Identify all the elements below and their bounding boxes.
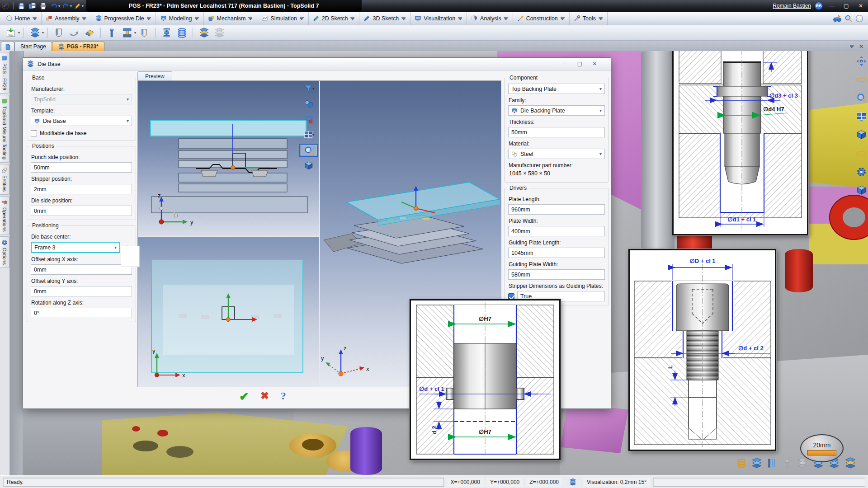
template-select[interactable]: Die Base ▾ — [31, 116, 132, 126]
die-base-dropdown-icon[interactable]: ▾ — [42, 31, 44, 35]
edit-icon[interactable] — [72, 1, 82, 11]
chevron-down-icon[interactable] — [401, 17, 406, 20]
material-select[interactable]: Steel ▾ — [508, 149, 605, 159]
zoom-icon[interactable] — [856, 93, 867, 103]
offset-y-input[interactable]: 0mm — [31, 286, 132, 296]
visualization-status[interactable]: Visualization: 0,2mm 15° — [583, 478, 650, 487]
zoom-region-icon[interactable] — [301, 145, 317, 155]
user-account-link[interactable]: Romain Bastien — [773, 3, 811, 9]
save-icon[interactable] — [16, 1, 26, 11]
pdm-search-icon[interactable] — [833, 14, 842, 23]
edit-dropdown-icon[interactable]: ▾ — [82, 4, 84, 8]
guiding-plate-width-input[interactable]: 580mm — [508, 269, 605, 280]
stripper-dimensions-checkbox[interactable] — [508, 293, 514, 300]
press-dropdown-icon[interactable]: ▾ — [134, 31, 136, 35]
rotation-z-input[interactable]: 0° — [31, 308, 132, 318]
tab-analysis[interactable]: Analysis — [467, 12, 513, 25]
thickness-input[interactable]: 50mm — [508, 127, 605, 137]
component-select[interactable]: Top Backing Plate ▾ — [508, 84, 605, 94]
tab-document-pgs-fr23[interactable]: PGS - FR23* — [52, 42, 104, 51]
undo-dropdown-icon[interactable]: ▾ — [58, 4, 60, 8]
tab-3d-sketch[interactable]: 3D Sketch — [359, 12, 410, 25]
tab-tools[interactable]: Tools — [570, 12, 608, 25]
help-icon[interactable] — [855, 14, 863, 23]
chevron-down-icon[interactable] — [350, 17, 355, 20]
modifiable-die-base-checkbox[interactable] — [31, 130, 37, 136]
save-all-icon[interactable] — [27, 1, 37, 11]
press-tool-button[interactable] — [120, 26, 134, 40]
dialog-minimize-button[interactable]: — — [557, 58, 572, 70]
dialog-maximize-button[interactable]: ▢ — [572, 58, 587, 70]
sidebar-item-operations[interactable]: Operations — [0, 196, 9, 235]
punch-tool-button[interactable] — [52, 26, 66, 40]
bend-tool-button[interactable] — [82, 26, 97, 40]
tab-preview[interactable]: Preview — [137, 71, 172, 80]
tab-assembly[interactable]: Assembly — [42, 12, 91, 25]
dialog-close-button[interactable]: ✕ — [587, 58, 602, 70]
redo-dropdown-icon[interactable]: ▾ — [70, 4, 72, 8]
tab-mechanism[interactable]: Mechanism — [204, 12, 258, 25]
redo-icon[interactable] — [61, 1, 71, 11]
family-select[interactable]: Die Backing Plate ▾ — [508, 105, 605, 116]
offset-x-input[interactable]: 0mm — [31, 264, 132, 275]
user-avatar-badge[interactable]: RB — [815, 2, 823, 10]
preview-top-view[interactable]: y x — [138, 237, 319, 387]
spring-gold-icon[interactable] — [736, 458, 747, 469]
die-side-position-input[interactable]: 0mm — [31, 206, 132, 216]
sidebar-item-misumi-tooling[interactable]: TopSolid Misumi Tooling — [0, 95, 9, 163]
filter-display-icon[interactable]: ▾ — [303, 84, 314, 94]
chevron-down-icon[interactable] — [82, 17, 87, 20]
plate-length-input[interactable]: 960mm — [508, 204, 605, 215]
punch-holder-button[interactable] — [137, 26, 151, 40]
pillar-set-icon[interactable] — [767, 458, 778, 469]
display-options-icon[interactable] — [856, 166, 867, 178]
clamp-tool-button[interactable] — [159, 26, 174, 40]
chevron-down-icon[interactable] — [299, 17, 304, 20]
unbend-tool-button[interactable] — [67, 26, 81, 40]
tab-2d-sketch[interactable]: 2D Sketch — [309, 12, 360, 25]
punch-side-position-input[interactable]: 50mm — [31, 162, 132, 173]
spring-tool-button[interactable] — [175, 26, 189, 40]
chevron-down-icon[interactable] — [504, 17, 509, 20]
cancel-button[interactable]: ✖ — [260, 390, 269, 403]
print-icon[interactable] — [38, 1, 48, 11]
plate-width-input[interactable]: 400mm — [508, 226, 605, 236]
app-logo-icon[interactable] — [0, 1, 10, 11]
import-part-button[interactable] — [4, 26, 18, 40]
tab-simulation[interactable]: Simulation — [257, 12, 308, 25]
quad-view-icon[interactable] — [856, 111, 867, 122]
manufacturer-select[interactable]: TopSolid ▾ — [31, 94, 132, 104]
die-stack-icon[interactable] — [751, 457, 763, 469]
die-base-center-select[interactable]: Frame 3 ▾ — [31, 242, 120, 253]
die-base-button[interactable] — [28, 26, 42, 40]
tab-visualization[interactable]: Visualization — [410, 12, 467, 25]
start-page-icon-tab[interactable] — [1, 42, 14, 51]
tab-start-page[interactable]: Start Page — [14, 42, 52, 51]
window-close-button[interactable]: ✕ — [855, 3, 866, 9]
import-dropdown-icon[interactable]: ▾ — [18, 31, 20, 35]
sidebar-item-pgs-fr29[interactable]: PGS - FR29 — [0, 52, 9, 94]
preview-front-view[interactable]: z y ▾ ▾ — [138, 81, 319, 236]
pin-tool-button[interactable] — [104, 26, 119, 40]
tab-construction[interactable]: Construction — [513, 12, 570, 25]
view-cube-icon[interactable] — [304, 161, 314, 171]
die-set-stack-icon[interactable] — [844, 457, 857, 469]
sidebar-item-options[interactable]: Options — [0, 236, 9, 268]
sidebar-item-entities[interactable]: Entities — [0, 164, 9, 195]
chevron-down-icon[interactable] — [248, 17, 253, 20]
chevron-down-icon[interactable] — [32, 17, 37, 20]
viewport-layout-icon[interactable]: ▾ — [303, 130, 314, 140]
chevron-down-icon[interactable] — [146, 17, 151, 20]
help-button[interactable]: ? — [281, 390, 286, 403]
dialog-title-bar[interactable]: Die Base — [23, 58, 611, 70]
tab-list-icon[interactable] — [849, 45, 854, 48]
die-set-button[interactable] — [197, 26, 211, 40]
tab-progressive-die[interactable]: Progressive Die — [91, 12, 156, 25]
undo-icon[interactable] — [49, 1, 59, 11]
window-minimize-button[interactable]: — — [826, 3, 837, 9]
section-view-icon[interactable] — [856, 185, 867, 196]
window-maximize-button[interactable]: ▢ — [841, 3, 852, 9]
chevron-down-icon[interactable] — [598, 17, 603, 20]
tab-modeling[interactable]: Modeling — [156, 12, 204, 25]
orbit-icon[interactable] — [856, 74, 867, 85]
